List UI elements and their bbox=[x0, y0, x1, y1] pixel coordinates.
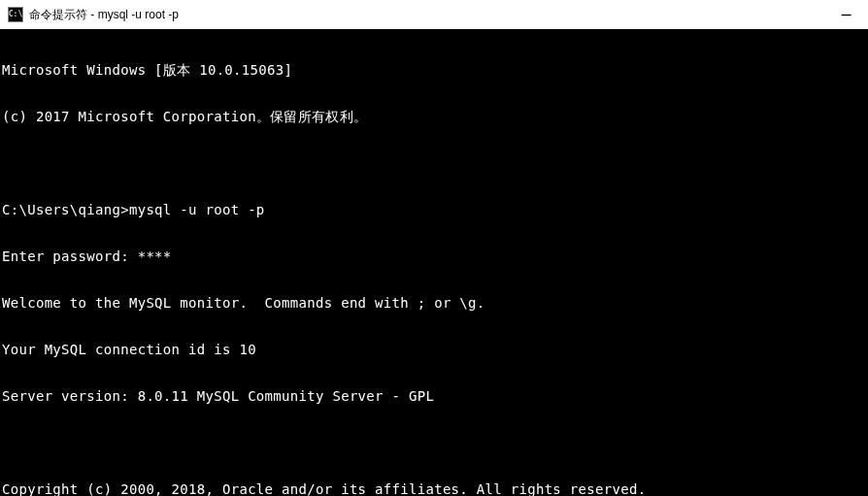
terminal-line: Microsoft Windows [版本 10.0.15063] bbox=[2, 62, 868, 78]
terminal-area[interactable]: Microsoft Windows [版本 10.0.15063] (c) 20… bbox=[0, 29, 868, 496]
window-controls: ─ bbox=[824, 0, 868, 29]
cmd-icon: C:\ bbox=[8, 7, 23, 22]
terminal-line: Server version: 8.0.11 MySQL Community S… bbox=[2, 388, 868, 404]
terminal-line bbox=[2, 155, 868, 171]
terminal-line: Your MySQL connection id is 10 bbox=[2, 342, 868, 357]
terminal-line: Enter password: **** bbox=[2, 248, 868, 264]
terminal-line: Welcome to the MySQL monitor. Commands e… bbox=[2, 295, 868, 311]
minimize-button[interactable]: ─ bbox=[824, 0, 868, 29]
title-bar: C:\ 命令提示符 - mysql -u root -p ─ bbox=[0, 0, 868, 29]
terminal-line: Copyright (c) 2000, 2018, Oracle and/or … bbox=[2, 481, 868, 496]
terminal-line: (c) 2017 Microsoft Corporation。保留所有权利。 bbox=[2, 109, 868, 124]
terminal-line: C:\Users\qiang>mysql -u root -p bbox=[2, 202, 868, 217]
window-title: 命令提示符 - mysql -u root -p bbox=[29, 7, 179, 23]
cmd-icon-label: C:\ bbox=[9, 11, 22, 18]
terminal-line bbox=[2, 435, 868, 450]
